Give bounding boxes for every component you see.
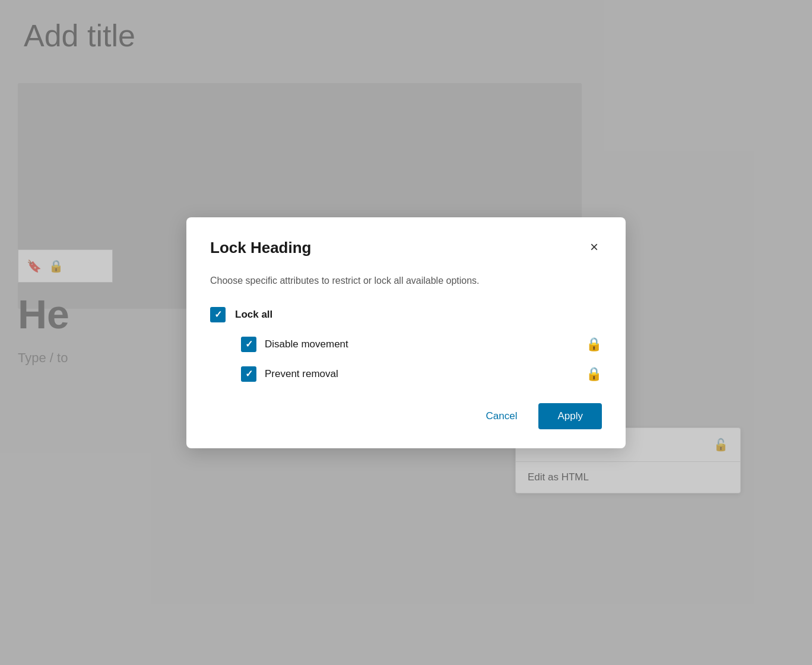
prevent-removal-left: ✓ Prevent removal xyxy=(241,366,338,382)
disable-movement-lock-icon: 🔒 xyxy=(586,337,602,352)
disable-movement-checkbox[interactable]: ✓ xyxy=(241,337,256,352)
check-mark-icon-3: ✓ xyxy=(245,369,253,379)
modal-footer: Cancel Apply xyxy=(210,403,602,429)
modal-header: Lock Heading × xyxy=(210,239,602,257)
modal-description: Choose specific attributes to restrict o… xyxy=(210,274,602,288)
modal-dialog: Lock Heading × Choose specific attribute… xyxy=(186,217,626,448)
check-mark-icon-2: ✓ xyxy=(245,340,253,349)
disable-movement-label: Disable movement xyxy=(265,338,348,350)
lock-all-checkbox[interactable]: ✓ xyxy=(210,307,226,322)
check-mark-icon: ✓ xyxy=(214,310,222,319)
modal-title: Lock Heading xyxy=(210,239,311,257)
prevent-removal-lock-icon: 🔒 xyxy=(586,366,602,382)
lock-all-group: ✓ Lock all ✓ Disable movement 🔒 ✓ xyxy=(210,307,602,382)
lock-all-label: Lock all xyxy=(235,309,272,321)
lock-all-row: ✓ Lock all xyxy=(210,307,602,322)
disable-movement-left: ✓ Disable movement xyxy=(241,337,348,352)
modal-close-button[interactable]: × xyxy=(586,239,602,255)
prevent-removal-row: ✓ Prevent removal 🔒 xyxy=(241,366,602,382)
prevent-removal-label: Prevent removal xyxy=(265,368,338,380)
prevent-removal-checkbox[interactable]: ✓ xyxy=(241,366,256,382)
disable-movement-row: ✓ Disable movement 🔒 xyxy=(241,337,602,352)
apply-button[interactable]: Apply xyxy=(538,403,602,429)
modal-overlay: Lock Heading × Choose specific attribute… xyxy=(0,0,812,665)
cancel-button[interactable]: Cancel xyxy=(477,406,527,427)
